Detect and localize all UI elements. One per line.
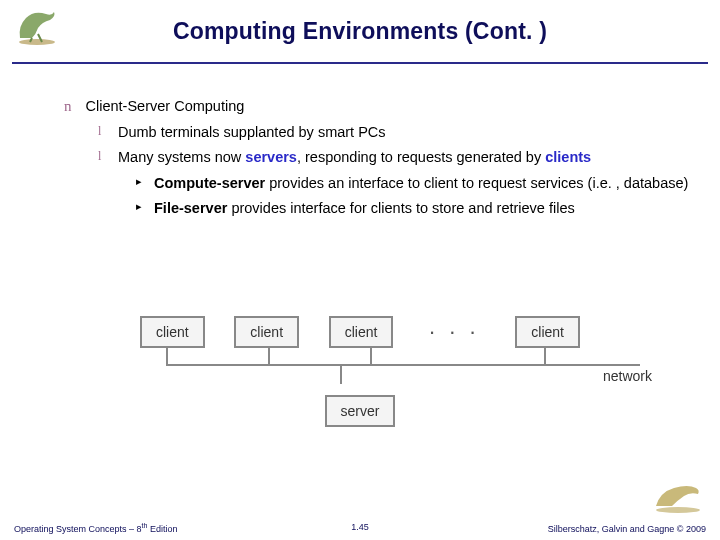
client-row: client client client · · · client (140, 316, 580, 348)
dinosaur-logo-icon (12, 6, 62, 50)
slide-title: Computing Environments (Cont. ) (12, 0, 708, 45)
bullet-marker: l (98, 123, 108, 143)
text-fragment: provides interface for clients to store … (227, 200, 574, 216)
keyword-clients: clients (545, 149, 591, 165)
server-box: server (325, 395, 396, 427)
footer-right: Silberschatz, Galvin and Gagne © 2009 (548, 524, 706, 534)
connector-line (166, 348, 168, 364)
keyword-compute-server: Compute-server (154, 175, 265, 191)
keyword-servers: servers (245, 149, 297, 165)
connector-line (268, 348, 270, 364)
svg-point-0 (19, 39, 55, 45)
bullet-text: Many systems now servers, responding to … (118, 148, 591, 168)
bullet-level2: l Many systems now servers, responding t… (98, 148, 700, 168)
server-row: server (140, 402, 580, 420)
connector-line (370, 348, 372, 364)
bullet-level3: ▸ Compute-server provides an interface t… (136, 174, 700, 194)
keyword-file-server: File-server (154, 200, 227, 216)
svg-point-1 (656, 507, 700, 513)
client-box: client (329, 316, 394, 348)
network-label: network (603, 368, 652, 384)
slide-body: n Client-Server Computing l Dumb termina… (64, 96, 700, 225)
arrow-bullet-icon: ▸ (136, 174, 146, 194)
arrow-bullet-icon: ▸ (136, 199, 146, 219)
slide-footer: Operating System Concepts – 8th Edition … (0, 522, 720, 534)
bullet-level3: ▸ File-server provides interface for cli… (136, 199, 700, 219)
bullet-text: File-server provides interface for clien… (154, 199, 575, 219)
client-server-diagram: client client client · · · client networ… (140, 316, 580, 420)
dinosaur-logo-icon (650, 478, 706, 518)
slide-number: 1.45 (351, 522, 369, 532)
bullet-marker: n (64, 98, 72, 114)
bullet-level1: n Client-Server Computing (64, 96, 700, 117)
text-fragment: provides an interface to client to reque… (265, 175, 688, 191)
client-box: client (140, 316, 205, 348)
text-fragment: Edition (147, 524, 177, 534)
bullet-marker: l (98, 148, 108, 168)
connector-line (340, 364, 342, 384)
slide-header: Computing Environments (Cont. ) (12, 0, 708, 64)
network-bus-line (166, 364, 640, 366)
text-fragment: , responding to requests generated by (297, 149, 545, 165)
client-box: client (515, 316, 580, 348)
footer-left: Operating System Concepts – 8th Edition (14, 522, 177, 534)
bullet-text: Dumb terminals supplanted by smart PCs (118, 123, 386, 143)
text-fragment: Operating System Concepts – 8 (14, 524, 142, 534)
bullet-text: Client-Server Computing (86, 98, 245, 114)
network-connectors: network (140, 348, 580, 382)
client-box: client (234, 316, 299, 348)
text-fragment: Many systems now (118, 149, 245, 165)
bullet-text: Compute-server provides an interface to … (154, 174, 688, 194)
connector-line (544, 348, 546, 364)
ellipsis-icon: · · · (423, 319, 486, 345)
bullet-level2: l Dumb terminals supplanted by smart PCs (98, 123, 700, 143)
